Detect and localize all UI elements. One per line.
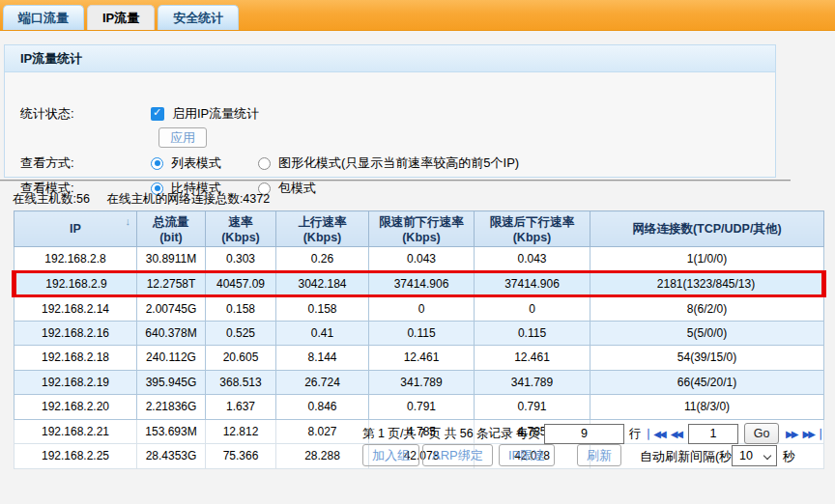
cell-connections: 11(8/3/0)	[590, 395, 824, 420]
cell-ip[interactable]: 192.168.2.21	[14, 419, 137, 444]
cell-rate: 368.513	[206, 370, 276, 395]
go-button[interactable]: Go	[744, 423, 779, 444]
cell-ip[interactable]: 192.168.2.14	[14, 296, 137, 322]
cell-rate: 20.605	[206, 346, 276, 371]
stat-status-label: 统计状态:	[20, 105, 151, 123]
cell-pre-limit: 341.789	[369, 370, 475, 395]
tabbar: 端口流量 IP流量 安全统计	[0, 0, 835, 31]
table-row[interactable]: 192.168.2.9 12.2758T 40457.09 3042.184 3…	[14, 271, 824, 296]
tab-security-stats[interactable]: 安全统计	[158, 5, 239, 30]
cell-up-rate: 0.26	[276, 247, 369, 272]
refresh-button[interactable]: 刷新	[577, 444, 621, 466]
enable-ip-stat-checkbox[interactable]	[151, 107, 164, 121]
stat-status-row: 统计状态: 启用IP流量统计	[20, 105, 259, 123]
col-header-rate[interactable]: 速率(Kbps)	[206, 211, 276, 247]
table-row[interactable]: 192.168.2.20 2.21836G 1.637 0.846 0.791 …	[14, 395, 824, 420]
table-row[interactable]: 192.168.2.16 640.378M 0.525 0.41 0.115 0…	[14, 321, 824, 346]
col-header-pre-limit[interactable]: 限速前下行速率(Kbps)	[369, 211, 475, 247]
online-hosts-count: 在线主机数:56	[13, 192, 90, 206]
cell-up-rate: 8.027	[276, 419, 369, 444]
online-connections-count: 在线主机的网络连接总数:4372	[106, 192, 270, 206]
cell-up-rate: 0.41	[276, 321, 369, 346]
page-info-text: 第 1 页/共 7 页 共 56 条记录 每页	[362, 426, 540, 442]
cell-connections: 2181(1323/845/13)	[590, 271, 824, 296]
cell-total: 2.00745G	[137, 296, 206, 322]
page-number-input[interactable]	[688, 424, 738, 444]
pagination-bar: 第 1 页/共 7 页 共 56 条记录 每页 行 ▏◀◀ ◀◀ Go ▶▶ ▶…	[362, 423, 822, 444]
cell-pre-limit: 0.043	[369, 247, 475, 272]
cell-connections: 1(1/0/0)	[590, 247, 824, 272]
cell-pre-limit: 12.461	[369, 346, 475, 371]
col-header-up-rate[interactable]: 上行速率(Kbps)	[276, 211, 369, 247]
cell-ip[interactable]: 192.168.2.19	[14, 370, 137, 395]
cell-post-limit: 12.461	[475, 346, 590, 371]
cell-ip[interactable]: 192.168.2.9	[14, 271, 137, 296]
enable-ip-stat-label: 启用IP流量统计	[172, 105, 259, 123]
sort-desc-icon[interactable]: ↓	[126, 215, 131, 227]
cell-total: 395.945G	[137, 370, 206, 395]
table-row[interactable]: 192.168.2.19 395.945G 368.513 26.724 341…	[14, 370, 824, 395]
interval-unit-label: 秒	[783, 448, 795, 465]
cell-total: 30.8911M	[137, 247, 206, 272]
action-bar: 加入组 ARP绑定 IP限速 刷新 自动刷新间隔(秒): 10 秒	[0, 444, 835, 468]
cell-pre-limit: 0.791	[369, 395, 475, 420]
col-header-connections[interactable]: 网络连接数(TCP/UDP/其他)	[590, 211, 824, 247]
view-way-label: 查看方式:	[20, 154, 151, 172]
panel-header: IP流量统计	[5, 45, 775, 72]
cell-rate: 0.303	[206, 247, 276, 272]
table-row[interactable]: 192.168.2.8 30.8911M 0.303 0.26 0.043 0.…	[14, 247, 824, 272]
cell-rate: 1.637	[206, 395, 276, 420]
refresh-interval-select[interactable]: 10	[732, 445, 777, 466]
rows-suffix-label: 行	[629, 426, 642, 442]
cell-ip[interactable]: 192.168.2.16	[14, 321, 137, 346]
graph-mode-radio[interactable]	[258, 157, 271, 170]
cell-ip[interactable]: 192.168.2.18	[14, 346, 137, 371]
cell-post-limit: 37414.906	[475, 271, 590, 296]
ip-traffic-settings-panel: IP流量统计 统计状态: 启用IP流量统计 应用 查看方式: 列表模式 图形化模…	[4, 44, 776, 178]
tab-ip-traffic[interactable]: IP流量	[87, 5, 155, 30]
list-mode-label: 列表模式	[171, 154, 221, 172]
cell-rate: 12.812	[206, 419, 276, 444]
list-mode-radio[interactable]	[151, 157, 163, 170]
prev-page-icon[interactable]: ◀◀	[671, 429, 681, 439]
cell-total: 12.2758T	[137, 271, 206, 296]
tab-port-traffic[interactable]: 端口流量	[3, 5, 84, 30]
cell-connections: 54(39/15/0)	[590, 346, 824, 371]
cell-connections: 66(45/20/1)	[590, 370, 824, 395]
rows-per-page-input[interactable]	[544, 424, 624, 444]
arp-bind-button[interactable]: ARP绑定	[422, 444, 493, 466]
first-page-icon[interactable]: ▏◀◀	[648, 429, 665, 439]
refresh-interval-value: 10	[739, 449, 753, 462]
cell-up-rate: 3042.184	[276, 271, 369, 296]
cell-connections: 5(5/0/0)	[590, 321, 824, 346]
status-line: 在线主机数:56 在线主机的网络连接总数:4372	[13, 191, 283, 208]
graph-mode-label: 图形化模式(只显示当前速率较高的前5个IP)	[278, 154, 519, 172]
cell-up-rate: 26.724	[276, 370, 369, 395]
table-row[interactable]: 192.168.2.14 2.00745G 0.158 0.158 0 0 8(…	[14, 296, 824, 322]
col-header-total[interactable]: 总流量(bit)	[137, 211, 206, 247]
auto-refresh-label: 自动刷新间隔(秒):	[640, 448, 739, 465]
cell-rate: 0.158	[206, 296, 276, 322]
cell-up-rate: 0.158	[276, 296, 369, 322]
cell-total: 640.378M	[137, 321, 206, 346]
cell-rate: 40457.09	[206, 271, 276, 296]
last-page-icon[interactable]: ▶▶▕	[802, 429, 819, 439]
join-group-button[interactable]: 加入组	[362, 444, 419, 466]
cell-ip[interactable]: 192.168.2.8	[14, 247, 137, 272]
chevron-down-icon	[763, 452, 771, 460]
cell-rate: 0.525	[206, 321, 276, 346]
table-row[interactable]: 192.168.2.18 240.112G 20.605 8.144 12.46…	[14, 346, 824, 371]
cell-total: 240.112G	[137, 346, 206, 371]
next-page-icon[interactable]: ▶▶	[786, 429, 796, 439]
cell-post-limit: 0.791	[475, 395, 590, 420]
cell-ip[interactable]: 192.168.2.20	[14, 395, 137, 420]
col-header-ip[interactable]: IP ↓	[14, 211, 137, 247]
section-divider	[0, 180, 791, 182]
col-header-post-limit[interactable]: 限速后下行速率(Kbps)	[475, 211, 590, 247]
ip-limit-button[interactable]: IP限速	[499, 444, 555, 466]
apply-button[interactable]: 应用	[158, 127, 207, 148]
panel-title: IP流量统计	[20, 50, 82, 68]
table-header-row: IP ↓ 总流量(bit) 速率(Kbps) 上行速率(Kbps) 限速前下行速…	[14, 211, 824, 247]
cell-total: 153.693M	[137, 419, 206, 444]
ip-traffic-page: 端口流量 IP流量 安全统计 IP流量统计 统计状态: 启用IP流量统计 应用 …	[0, 0, 835, 504]
